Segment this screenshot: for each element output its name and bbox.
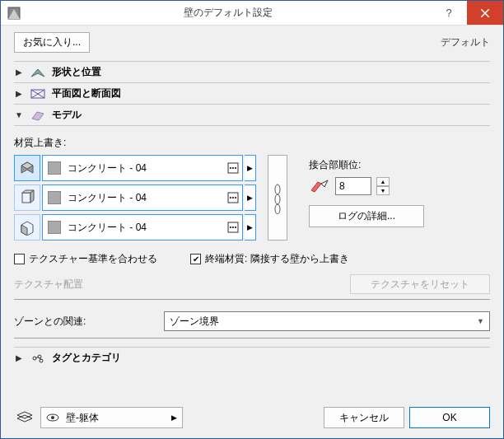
zone-value: ゾーン境界 <box>170 315 219 329</box>
checkbox-unchecked-icon <box>14 254 25 264</box>
svg-point-25 <box>230 227 231 228</box>
zone-combo[interactable]: ゾーン境界 ▼ <box>164 311 490 331</box>
face-inner-icon[interactable] <box>14 214 40 241</box>
close-button[interactable] <box>467 1 503 25</box>
section-plan-label: 平面図と断面図 <box>52 86 121 100</box>
layers-icon <box>14 410 35 425</box>
top-row: お気に入り... デフォルト <box>14 32 490 53</box>
material-picker-2[interactable]: コンクリート - 04 <box>42 184 243 211</box>
section-shape[interactable]: ▶ 形状と位置 <box>14 61 490 82</box>
texture-reset-button: テクスチャをリセット <box>350 274 490 294</box>
svg-marker-8 <box>32 112 44 120</box>
svg-point-21 <box>235 197 236 198</box>
material-name: コンクリート - 04 <box>68 191 221 205</box>
junction-spinner: ▲ ▼ <box>309 177 424 195</box>
chain-link-button[interactable] <box>268 155 287 241</box>
zone-row: ゾーンとの関連: ゾーン境界 ▼ <box>14 311 490 331</box>
material-name: コンクリート - 04 <box>68 161 221 175</box>
dialog-content: お気に入り... デフォルト ▶ 形状と位置 ▶ 平面図と断面図 ▼ モデル 材… <box>1 26 503 400</box>
section-model-label: モデル <box>52 108 82 122</box>
model-panel: 材質上書き: コンクリート - 04 ▶ <box>14 125 490 342</box>
dialog-window: 壁のデフォルト設定 ? お気に入り... デフォルト ▶ 形状と位置 ▶ 平面図… <box>0 0 504 439</box>
cancel-button[interactable]: キャンセル <box>324 407 404 428</box>
layer-picker[interactable]: 壁-躯体 ▶ <box>40 407 183 428</box>
material-swatch-icon <box>48 161 61 175</box>
material-picker-3[interactable]: コンクリート - 04 <box>42 214 243 241</box>
junction-label: 接合部順位: <box>309 158 424 172</box>
junction-panel: 接合部順位: ▲ ▼ ログの詳細... <box>309 155 424 241</box>
help-button[interactable]: ? <box>431 1 467 25</box>
plan-icon <box>29 87 47 100</box>
section-shape-label: 形状と位置 <box>52 65 101 79</box>
options-icon <box>227 162 239 174</box>
ok-button[interactable]: OK <box>409 407 490 428</box>
svg-point-19 <box>230 197 231 198</box>
chevron-right-icon: ▶ <box>14 68 24 77</box>
svg-rect-15 <box>22 193 30 203</box>
checkbox-row: テクスチャー基準を合わせる ✔ 終端材質: 隣接する壁から上書き <box>14 252 490 266</box>
section-tags-label: タグとカテゴリ <box>52 351 121 365</box>
section-plan[interactable]: ▶ 平面図と断面図 <box>14 82 490 104</box>
log-details-button[interactable]: ログの詳細... <box>309 205 424 227</box>
material-row-3: コンクリート - 04 ▶ <box>14 214 256 241</box>
app-icon <box>2 2 26 25</box>
end-material-label: 終端材質: 隣接する壁から上書き <box>205 252 349 266</box>
junction-icon <box>309 177 330 195</box>
flyout-arrow[interactable]: ▶ <box>245 155 256 181</box>
chevron-down-icon: ▼ <box>14 110 24 119</box>
material-row-2: コンクリート - 04 ▶ <box>14 184 256 211</box>
zone-label: ゾーンとの関連: <box>14 315 154 329</box>
eye-icon <box>46 413 59 423</box>
svg-marker-4 <box>31 69 44 77</box>
material-rows: コンクリート - 04 ▶ コンクリート - 04 ▶ <box>14 155 490 241</box>
align-texture-checkbox[interactable]: テクスチャー基準を合わせる <box>14 252 157 266</box>
svg-point-29 <box>275 194 280 204</box>
section-model[interactable]: ▼ モデル <box>14 104 490 125</box>
svg-point-12 <box>230 167 231 169</box>
svg-point-41 <box>51 416 54 419</box>
favorites-button[interactable]: お気に入り... <box>14 32 90 53</box>
face-outer-icon[interactable] <box>14 155 40 181</box>
end-material-checkbox[interactable]: ✔ 終端材質: 隣接する壁から上書き <box>190 252 349 266</box>
face-edge-icon[interactable] <box>14 184 40 211</box>
material-override-label: 材質上書き: <box>14 136 490 150</box>
material-swatch-icon <box>48 221 61 234</box>
svg-point-20 <box>232 197 234 198</box>
svg-point-27 <box>235 227 236 228</box>
material-name: コンクリート - 04 <box>68 221 221 235</box>
section-tags[interactable]: ▶ タグとカテゴリ <box>14 347 490 368</box>
flyout-arrow[interactable]: ▶ <box>245 214 256 241</box>
checkbox-checked-icon: ✔ <box>190 254 201 264</box>
svg-point-13 <box>232 167 234 169</box>
svg-point-30 <box>275 204 280 214</box>
junction-input[interactable] <box>335 177 371 195</box>
layer-name: 壁-躯体 <box>66 411 165 425</box>
texture-placement-label: テクスチャ配置 <box>14 278 83 292</box>
svg-marker-31 <box>311 182 321 192</box>
material-row-1: コンクリート - 04 ▶ <box>14 155 256 181</box>
material-swatch-icon <box>48 191 61 204</box>
spin-up-button[interactable]: ▲ <box>376 177 390 186</box>
svg-point-26 <box>232 227 234 228</box>
options-icon <box>227 192 239 203</box>
default-label: デフォルト <box>441 35 490 49</box>
footer: 壁-躯体 ▶ キャンセル OK <box>1 400 503 438</box>
chevron-right-icon: ▶ <box>14 353 24 362</box>
svg-point-14 <box>235 167 236 169</box>
window-title: 壁のデフォルト設定 <box>26 6 431 20</box>
svg-marker-17 <box>30 190 34 203</box>
window-buttons: ? <box>431 1 503 25</box>
titlebar: 壁のデフォルト設定 ? <box>1 1 503 26</box>
chevron-right-icon: ▶ <box>14 89 24 98</box>
options-icon <box>227 222 239 233</box>
svg-marker-23 <box>21 225 27 236</box>
tags-icon <box>29 352 47 365</box>
chevron-down-icon: ▼ <box>477 317 484 325</box>
align-texture-label: テクスチャー基準を合わせる <box>29 252 157 266</box>
material-picker-1[interactable]: コンクリート - 04 <box>42 155 243 181</box>
svg-marker-32 <box>321 180 328 187</box>
spin-down-button[interactable]: ▼ <box>376 186 390 195</box>
model-icon <box>29 109 47 122</box>
flyout-arrow[interactable]: ▶ <box>245 184 256 211</box>
svg-point-28 <box>275 184 280 194</box>
